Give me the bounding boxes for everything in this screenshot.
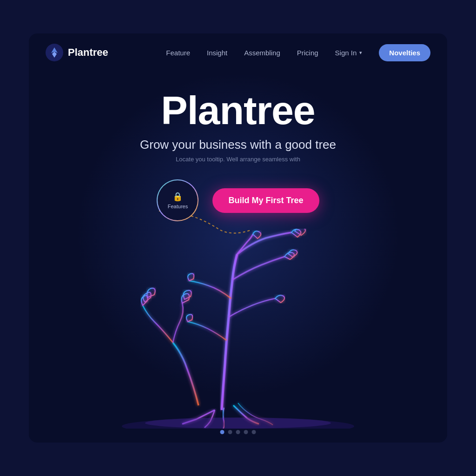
pagination-dot-3[interactable] — [236, 430, 240, 434]
hero-actions: 🔒 Features Build My First Tree — [157, 179, 319, 221]
features-label: Features — [168, 204, 188, 209]
pagination-dots — [220, 430, 256, 434]
features-circle[interactable]: 🔒 Features — [157, 179, 198, 221]
pagination-dot-2[interactable] — [228, 430, 232, 434]
logo-icon — [46, 44, 63, 61]
svg-point-2 — [122, 418, 354, 429]
logo[interactable]: Plantree — [46, 44, 108, 61]
nav-feature[interactable]: Feature — [166, 49, 190, 57]
main-card: Plantree Feature Insight Assembling Pric… — [29, 33, 447, 443]
novelties-button[interactable]: Novelties — [379, 44, 430, 61]
pagination-dot-4[interactable] — [244, 430, 248, 434]
hero-title: Plantree — [161, 90, 315, 130]
hero-section: Plantree Grow your business with a good … — [29, 72, 447, 443]
hero-subtitle: Grow your business with a good tree — [140, 138, 336, 152]
tree-illustration — [122, 229, 354, 429]
nav-assembling[interactable]: Assembling — [244, 49, 280, 57]
navbar: Plantree Feature Insight Assembling Pric… — [29, 33, 447, 72]
nav-pricing[interactable]: Pricing — [297, 49, 318, 57]
hero-description: Locate you tooltip. Well arrange seamles… — [176, 156, 300, 163]
logo-text: Plantree — [68, 46, 108, 59]
nav-signin[interactable]: Sign In ▾ — [335, 49, 363, 57]
pagination-dot-5[interactable] — [252, 430, 256, 434]
outer-background: Plantree Feature Insight Assembling Pric… — [0, 0, 476, 476]
build-cta-button[interactable]: Build My First Tree — [212, 188, 319, 213]
nav-insight[interactable]: Insight — [207, 49, 227, 57]
chevron-down-icon: ▾ — [359, 50, 362, 56]
nav-links: Feature Insight Assembling Pricing Sign … — [166, 44, 430, 61]
features-icon: 🔒 — [172, 192, 183, 202]
signin-label: Sign In — [335, 49, 357, 57]
pagination-dot-1[interactable] — [220, 430, 225, 434]
